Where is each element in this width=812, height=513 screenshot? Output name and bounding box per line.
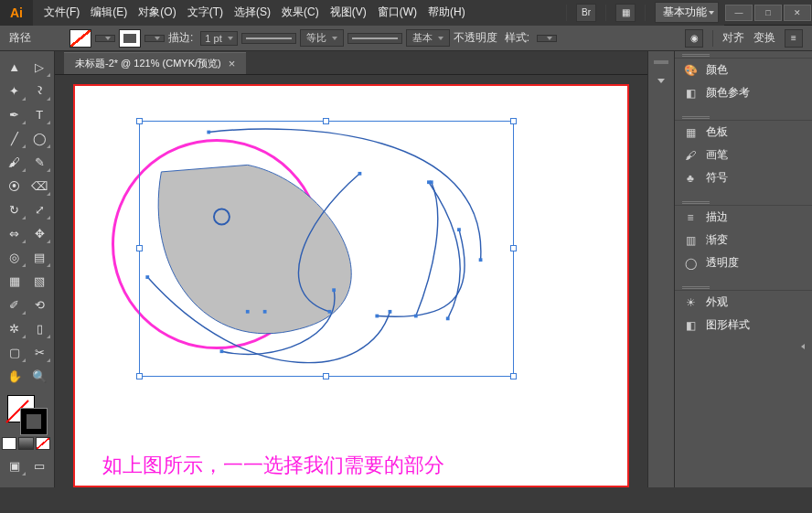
fill-stroke-indicator[interactable] — [2, 393, 52, 433]
panel-menu-icon[interactable]: ≡ — [785, 29, 803, 48]
color-mode[interactable] — [2, 437, 16, 450]
zoom-tool[interactable]: 🔍 — [28, 365, 52, 387]
stroke-label[interactable]: 描边: — [168, 30, 193, 46]
draw-mode[interactable]: ▣ — [3, 454, 27, 476]
menu-window[interactable]: 窗口(W) — [372, 1, 422, 24]
close-tab-icon[interactable]: × — [229, 57, 236, 70]
pen-tool[interactable]: ✒ — [3, 103, 27, 125]
align-label[interactable]: 对齐 — [722, 30, 744, 46]
stroke-weight[interactable]: 1 pt — [200, 31, 237, 46]
menu-file[interactable]: 文件(F) — [38, 1, 85, 24]
panel-swatches[interactable]: ▦色板 — [675, 121, 812, 144]
none-mode[interactable] — [36, 437, 50, 450]
doc-tab-label: 未标题-2* @ 121% (CMYK/预览) — [75, 57, 221, 70]
panel-brushes[interactable]: 🖌画笔 — [675, 144, 812, 166]
menu-object[interactable]: 对象(O) — [133, 1, 181, 24]
stroke-swatch[interactable] — [119, 29, 141, 48]
collapse-arrow-icon[interactable] — [801, 344, 805, 349]
transparency-icon: ◯ — [682, 256, 699, 271]
selection-type: 路径 — [9, 30, 31, 46]
panel-dock-rail[interactable] — [647, 51, 675, 487]
canvas[interactable]: 如上图所示，一一选择我们需要的部分 — [73, 84, 629, 487]
blob-tool[interactable]: ⦿ — [3, 175, 27, 197]
profile-preview[interactable] — [241, 33, 296, 44]
column-graph-tool[interactable]: ▯ — [28, 317, 52, 339]
workspace-switcher[interactable]: 基本功能 — [655, 2, 719, 23]
menu-edit[interactable]: 编辑(E) — [85, 1, 133, 24]
panel-label: 画笔 — [706, 147, 728, 163]
panel-symbols[interactable]: ♣符号 — [675, 166, 812, 189]
control-bar: 路径 描边: 1 pt 等比 基本 不透明度 样式: ◉ 对齐 变换 ≡ — [0, 26, 812, 51]
gradient-mode[interactable] — [18, 437, 33, 450]
screen-mode[interactable]: ▭ — [28, 454, 52, 476]
bridge-icon[interactable]: Br — [576, 4, 596, 22]
panel-label: 渐变 — [706, 232, 728, 248]
panel-label: 色板 — [706, 124, 728, 140]
eraser-tool[interactable]: ⌫ — [28, 175, 52, 197]
arrange-docs-icon[interactable]: ▦ — [615, 4, 636, 22]
recolor-icon[interactable]: ◉ — [685, 29, 703, 48]
minimize-button[interactable]: ― — [725, 5, 753, 21]
magic-wand-tool[interactable]: ✦ — [3, 80, 27, 102]
shape-builder-tool[interactable]: ◎ — [3, 246, 27, 268]
panel-appearance[interactable]: ☀外观 — [675, 291, 812, 314]
scale-tool[interactable]: ⤢ — [28, 198, 52, 220]
type-tool[interactable]: T — [28, 103, 52, 125]
stroke-dropdown[interactable] — [144, 35, 165, 42]
mesh-tool[interactable]: ▦ — [3, 270, 27, 292]
symbol-icon: ♣ — [682, 171, 699, 186]
brush-icon: 🖌 — [682, 148, 699, 163]
artboard-tool[interactable]: ▢ — [3, 341, 27, 363]
app-logo: Ai — [0, 0, 33, 26]
brush-preview[interactable] — [347, 33, 402, 44]
eyedropper-tool[interactable]: ✐ — [3, 294, 27, 315]
rotate-tool[interactable]: ↻ — [3, 198, 27, 220]
panel-label: 外观 — [706, 294, 728, 310]
shape-tool[interactable]: ◯ — [28, 127, 52, 149]
slice-tool[interactable]: ✂ — [28, 341, 52, 363]
document-area: 未标题-2* @ 121% (CMYK/预览) × — [55, 51, 647, 487]
symbol-sprayer-tool[interactable]: ✲ — [3, 317, 27, 339]
titlebar: Ai 文件(F) 编辑(E) 对象(O) 文字(T) 选择(S) 效果(C) 视… — [0, 0, 812, 26]
panel-transparency[interactable]: ◯透明度 — [675, 251, 812, 274]
panel-label: 透明度 — [706, 255, 739, 271]
annotation-text: 如上图所示，一一选择我们需要的部分 — [102, 452, 444, 479]
panels-dock: 🎨颜色 ◧颜色参考 ▦色板 🖌画笔 ♣符号 ≡描边 ▥渐变 ◯透明度 ☀外观 ◧… — [675, 51, 812, 487]
panel-label: 符号 — [706, 170, 728, 186]
perspective-tool[interactable]: ▤ — [28, 246, 52, 268]
free-transform-tool[interactable]: ✥ — [28, 222, 52, 244]
fill-swatch[interactable] — [69, 29, 91, 48]
panel-label: 图形样式 — [706, 317, 750, 333]
lasso-tool[interactable]: Ꝛ — [28, 80, 52, 102]
selection-box[interactable] — [139, 121, 514, 377]
line-tool[interactable]: ╱ — [3, 127, 27, 149]
style-dropdown[interactable] — [537, 35, 557, 42]
panel-stroke[interactable]: ≡描边 — [675, 206, 812, 229]
menu-effect[interactable]: 效果(C) — [276, 1, 325, 24]
close-button[interactable]: ✕ — [784, 5, 811, 21]
transform-label[interactable]: 变换 — [753, 30, 775, 46]
paintbrush-tool[interactable]: 🖌 — [3, 151, 27, 173]
menu-select[interactable]: 选择(S) — [229, 1, 276, 24]
doc-tab[interactable]: 未标题-2* @ 121% (CMYK/预览) × — [64, 52, 246, 74]
panel-graphic-styles[interactable]: ◧图形样式 — [675, 314, 812, 337]
opacity-label[interactable]: 不透明度 — [454, 30, 497, 46]
profile-select[interactable]: 等比 — [300, 29, 344, 47]
gradient-tool[interactable]: ▧ — [28, 270, 52, 292]
blend-tool[interactable]: ⟲ — [28, 294, 52, 315]
panel-label: 颜色 — [706, 62, 728, 78]
panel-color-guide[interactable]: ◧颜色参考 — [675, 81, 812, 104]
menu-view[interactable]: 视图(V) — [325, 1, 372, 24]
hand-tool[interactable]: ✋ — [3, 365, 27, 387]
panel-gradient[interactable]: ▥渐变 — [675, 229, 812, 251]
menu-help[interactable]: 帮助(H) — [422, 1, 471, 24]
width-tool[interactable]: ⇔ — [3, 222, 27, 244]
selection-tool[interactable]: ▲ — [3, 56, 27, 78]
brush-select[interactable]: 基本 — [406, 29, 450, 47]
menu-type[interactable]: 文字(T) — [182, 1, 229, 24]
fill-dropdown[interactable] — [95, 35, 115, 42]
pencil-tool[interactable]: ✎ — [28, 151, 52, 173]
direct-select-tool[interactable]: ▷ — [28, 56, 52, 78]
maximize-button[interactable]: □ — [754, 5, 782, 21]
panel-color[interactable]: 🎨颜色 — [675, 59, 812, 81]
